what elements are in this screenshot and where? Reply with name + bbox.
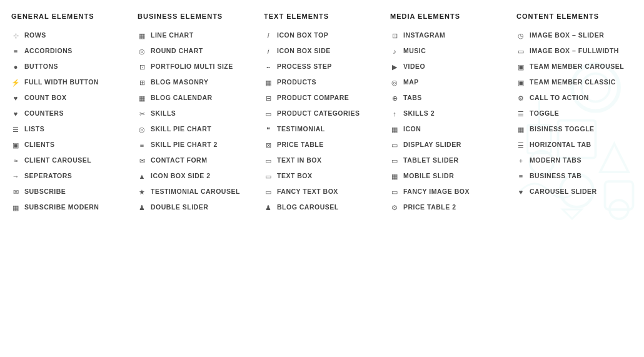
menu-item-product-categories[interactable]: PRODUCT CATEGORIES xyxy=(264,109,380,118)
menu-item-image-box-fullwidth[interactable]: IMAGE BOX – FULLWIDTH xyxy=(516,47,633,56)
menu-item-fancy-text-box[interactable]: FANCY TEXT BOX xyxy=(264,188,380,196)
menu-item-blog-calendar[interactable]: BLOG CALENDAR xyxy=(138,94,254,103)
menu-item-product-compare[interactable]: PRODUCT COMPARE xyxy=(264,94,380,103)
testimonial-icon xyxy=(264,125,273,134)
menu-item-tablet-slider[interactable]: TABLET SLIDER xyxy=(390,156,506,165)
team-member-classic-label: TEAM MEMBER CLASSIC xyxy=(530,78,616,87)
display-slider-icon xyxy=(390,141,399,149)
text-box-label: TEXT BOX xyxy=(277,172,313,181)
menu-item-client-carousel[interactable]: CLIENT CAROUSEL xyxy=(11,156,128,165)
testimonial-label: TESTIMONIAL xyxy=(277,125,325,134)
menu-item-tabs[interactable]: TABS xyxy=(390,94,506,103)
menu-item-image-box-slider[interactable]: IMAGE BOX – SLIDER xyxy=(516,31,633,40)
menu-item-text-in-box[interactable]: TEXT IN BOX xyxy=(264,156,380,165)
count-box-icon xyxy=(11,94,20,103)
menu-item-text-box[interactable]: TEXT BOX xyxy=(264,172,380,181)
menu-item-count-box[interactable]: COUNT BOX xyxy=(11,94,128,103)
menu-item-testimonial[interactable]: TESTIMONIAL xyxy=(264,125,380,134)
text-in-box-icon xyxy=(264,156,273,165)
menu-item-map[interactable]: MAP xyxy=(390,78,506,87)
menu-item-round-chart[interactable]: ROUND CHART xyxy=(138,47,254,56)
testimonial-carousel-icon xyxy=(138,188,146,196)
menu-item-blog-masonry[interactable]: BLOG MASONRY xyxy=(138,78,254,87)
menu-item-skills-2[interactable]: SKILLS 2 xyxy=(390,109,506,118)
display-slider-label: DISPLAY SLIDER xyxy=(403,141,461,149)
column-header-media: MEDIA ELEMENTS xyxy=(390,13,506,20)
menu-item-double-slider[interactable]: DOUBLE SLIDER xyxy=(138,203,254,212)
double-slider-icon xyxy=(138,203,146,212)
fancy-image-box-icon xyxy=(390,188,399,196)
music-icon xyxy=(390,47,399,56)
menu-item-subscribe-modern[interactable]: SUBSCRIBE MODERN xyxy=(11,203,128,212)
map-label: MAP xyxy=(403,78,419,87)
menu-item-mobile-slider[interactable]: MOBILE SLIDR xyxy=(390,172,506,181)
products-icon xyxy=(264,78,273,87)
menu-item-skills[interactable]: SKILLS xyxy=(138,109,254,118)
skill-pie-chart-label: SKILL PIE CHART xyxy=(151,125,211,134)
menu-item-icon-box-top[interactable]: ICON BOX TOP xyxy=(264,31,380,40)
price-table-label: PRICE TABLE xyxy=(277,141,324,149)
menu-item-call-to-action[interactable]: CALL TO ACTION xyxy=(516,94,633,103)
business-tab-label: BUSINESS TAB xyxy=(530,172,581,181)
skills-2-label: SKILLS 2 xyxy=(403,109,435,118)
icon-box-top-icon xyxy=(264,31,273,40)
menu-item-price-table-2[interactable]: PRICE TABLE 2 xyxy=(390,203,506,212)
menu-item-instagram[interactable]: INSTAGRAM xyxy=(390,31,506,40)
product-categories-icon xyxy=(264,109,273,118)
menu-item-video[interactable]: VIDEO xyxy=(390,63,506,71)
skills-icon xyxy=(138,109,146,118)
modern-tabs-icon xyxy=(516,156,525,165)
column-general: GENERAL ELEMENTSROWSACCORDIONSBUTTONSFUL… xyxy=(6,13,133,219)
menu-item-fancy-image-box[interactable]: FANCY IMAGE BOX xyxy=(390,188,506,196)
menu-item-accordions[interactable]: ACCORDIONS xyxy=(11,47,128,56)
menu-item-subscribe[interactable]: SUBSCRIBE xyxy=(11,188,128,196)
icon-box-side-2-icon xyxy=(138,172,146,181)
menu-item-price-table[interactable]: PRICE TABLE xyxy=(264,141,380,149)
fancy-text-box-label: FANCY TEXT BOX xyxy=(277,188,338,196)
menu-item-toggle[interactable]: TOGGLE xyxy=(516,109,633,118)
menu-item-separators[interactable]: SEPERATORS xyxy=(11,172,128,181)
bisiness-toggle-label: BISINESS TOGGLE xyxy=(530,125,595,134)
menu-item-counters[interactable]: COUNTERS xyxy=(11,109,128,118)
horizontal-tab-icon xyxy=(516,141,525,149)
menu-item-icon[interactable]: ICON xyxy=(390,125,506,134)
fancy-text-box-icon xyxy=(264,188,273,196)
menu-item-music[interactable]: MUSIC xyxy=(390,47,506,56)
menu-item-buttons[interactable]: BUTTONS xyxy=(11,63,128,71)
menu-item-carousel-slider[interactable]: CAROUSEL SLIDER xyxy=(516,188,633,196)
blog-calendar-label: BLOG CALENDAR xyxy=(151,94,213,103)
menu-item-clients[interactable]: CLIENTS xyxy=(11,141,128,149)
menu-item-products[interactable]: PRODUCTS xyxy=(264,78,380,87)
team-member-carousel-icon xyxy=(516,63,525,71)
menu-item-portfolio-multi-size[interactable]: PORTFOLIO MULTI SIZE xyxy=(138,63,254,71)
menu-item-team-member-carousel[interactable]: TEAM MEMBER CAROUSEL xyxy=(516,63,633,71)
icon-label: ICON xyxy=(403,125,421,134)
menu-item-full-width-button[interactable]: FULL WIDTH BUTTON xyxy=(11,78,128,87)
icon-box-top-label: ICON BOX TOP xyxy=(277,31,328,40)
menu-item-rows[interactable]: ROWS xyxy=(11,31,128,40)
menu-item-horizontal-tab[interactable]: HORIZONTAL TAB xyxy=(516,141,633,149)
menu-item-contact-form[interactable]: CONTACT FORM xyxy=(138,156,254,165)
mobile-slider-icon xyxy=(390,172,399,181)
menu-item-skill-pie-chart-2[interactable]: SKILL PIE CHART 2 xyxy=(138,141,254,149)
menu-item-team-member-classic[interactable]: TEAM MEMBER CLASSIC xyxy=(516,78,633,87)
menu-item-blog-carousel[interactable]: BLOG CAROUSEL xyxy=(264,203,380,212)
image-box-slider-label: IMAGE BOX – SLIDER xyxy=(530,31,604,40)
menu-item-business-tab[interactable]: BUSINESS TAB xyxy=(516,172,633,181)
menu-item-process-step[interactable]: PROCESS STEP xyxy=(264,63,380,71)
menu-item-bisiness-toggle[interactable]: BISINESS TOGGLE xyxy=(516,125,633,134)
menu-item-testimonial-carousel[interactable]: TESTIMONIAL CAROUSEL xyxy=(138,188,254,196)
contact-form-icon xyxy=(138,156,146,165)
instagram-label: INSTAGRAM xyxy=(403,31,445,40)
carousel-slider-label: CAROUSEL SLIDER xyxy=(530,188,597,196)
process-step-label: PROCESS STEP xyxy=(277,63,332,71)
menu-item-display-slider[interactable]: DISPLAY SLIDER xyxy=(390,141,506,149)
menu-item-skill-pie-chart[interactable]: SKILL PIE CHART xyxy=(138,125,254,134)
menu-item-icon-box-side-2[interactable]: ICON BOX SIDE 2 xyxy=(138,172,254,181)
menu-item-lists[interactable]: LISTS xyxy=(11,125,128,134)
tablet-slider-icon xyxy=(390,156,399,165)
menu-item-icon-box-side[interactable]: ICON BOX SIDE xyxy=(264,47,380,56)
menu-item-line-chart[interactable]: LINE CHART xyxy=(138,31,254,40)
subscribe-modern-icon xyxy=(11,203,20,212)
menu-item-modern-tabs[interactable]: MODERN TABS xyxy=(516,156,633,165)
